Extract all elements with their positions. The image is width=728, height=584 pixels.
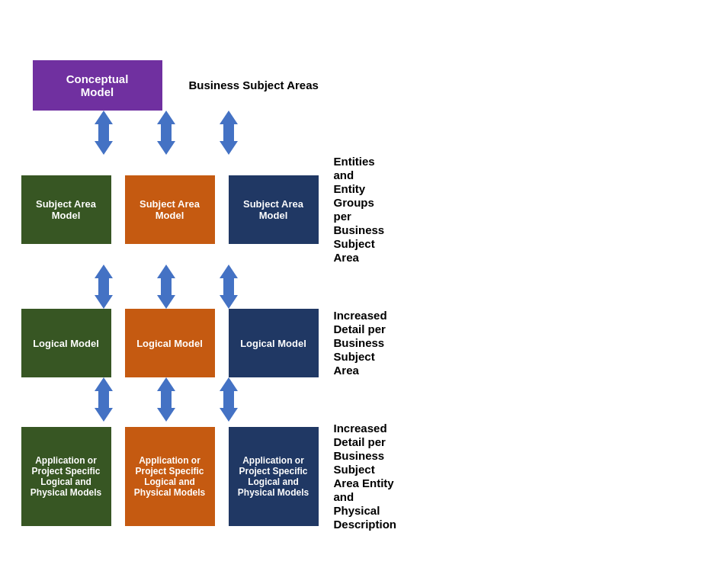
arrow-9 [220, 377, 238, 422]
label-entities-per-area: Entities and Entity Groups per Business … [334, 155, 385, 264]
label-increased-detail-physical: Increased Detail per Business Subject Ar… [334, 422, 397, 531]
arrow-8 [157, 377, 175, 422]
subject-area-box-2: Subject Area Model [125, 175, 215, 244]
arrow-3-up [220, 111, 238, 155]
arrow-1-up [95, 111, 113, 155]
subject-area-box-3: Subject Area Model [229, 175, 319, 244]
logical-model-box-1: Logical Model [21, 309, 111, 377]
label-business-subject-areas: Business Subject Areas [189, 79, 319, 91]
logical-model-box-3: Logical Model [229, 309, 319, 377]
arrow-6 [220, 265, 238, 309]
arrow-2-up [157, 111, 175, 155]
physical-model-box-3: Application or Project Specific Logical … [229, 427, 319, 526]
arrow-5 [157, 265, 175, 309]
subject-area-box-1: Subject Area Model [21, 175, 111, 244]
physical-model-box-1: Application or Project Specific Logical … [21, 427, 111, 526]
label-increased-detail: Increased Detail per Business Subject Ar… [334, 309, 387, 377]
arrow-7 [95, 377, 113, 422]
logical-model-box-2: Logical Model [125, 309, 215, 377]
physical-model-box-2: Application or Project Specific Logical … [125, 427, 215, 526]
arrow-4 [95, 265, 113, 309]
diagram-left: Conceptual Model Business Subject Areas [21, 53, 372, 531]
conceptual-model-box: Conceptual Model [33, 60, 162, 111]
